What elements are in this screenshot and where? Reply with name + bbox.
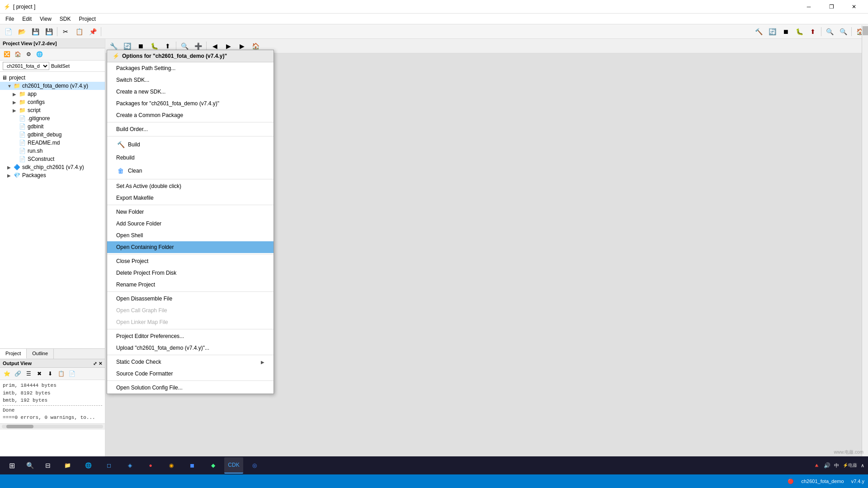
tree-item-runsh[interactable]: ▶ 📄 run.sh: [0, 147, 105, 155]
taskbar-app-green[interactable]: ◆: [203, 457, 222, 474]
ctx-common-package[interactable]: Create a Common Package: [107, 109, 274, 121]
tray-volume[interactable]: 🔊: [824, 462, 830, 469]
ctx-rename-project[interactable]: Rename Project: [107, 279, 274, 291]
ctx-rebuild[interactable]: Rebuild: [107, 152, 274, 164]
toolbar-save[interactable]: 💾: [29, 26, 42, 38]
toolbar-upload[interactable]: ⬆: [807, 26, 819, 38]
output-btn-copy2[interactable]: 📄: [67, 369, 77, 379]
menu-view[interactable]: View: [36, 15, 55, 23]
tree-item-gitignore[interactable]: ▶ 📄 .gitignore: [0, 114, 105, 122]
output-btn-list[interactable]: ☰: [24, 369, 33, 379]
tree-view[interactable]: 🖥 project ▼ 📁 ch2601_fota_demo (v7.4.y) …: [0, 72, 105, 348]
sdk-icon: 🔷: [14, 164, 20, 170]
ctx-project-editor-prefs[interactable]: Project Editor Preferences...: [107, 330, 274, 342]
toolbar-open[interactable]: 📂: [15, 26, 28, 38]
toolbar-new[interactable]: 📄: [2, 26, 14, 38]
toolbar-cut[interactable]: ✂: [59, 26, 72, 38]
search-button[interactable]: 🔍: [22, 457, 38, 474]
menu-sdk[interactable]: SDK: [56, 15, 75, 23]
taskbar-app-chrome[interactable]: 🌐: [79, 457, 98, 474]
packages-label: Packages: [22, 172, 46, 178]
toolbar-paste[interactable]: 📌: [86, 26, 99, 38]
proj-btn-settings[interactable]: ⚙: [24, 49, 33, 59]
menu-project[interactable]: Project: [75, 15, 99, 23]
output-expand-btn[interactable]: ⤢: [93, 361, 97, 366]
taskbar-app-terminal[interactable]: ◻: [99, 457, 118, 474]
toolbar-zoom-in[interactable]: 🔍: [837, 26, 849, 38]
tree-item-configs[interactable]: ▶ 📁 configs: [0, 98, 105, 106]
tree-item-sconstruct[interactable]: ▶ 📄 SConstruct: [0, 155, 105, 163]
proj-btn-navigate[interactable]: 🔀: [2, 49, 12, 59]
tab-outline[interactable]: Outline: [27, 349, 54, 359]
taskbar-app-vscode[interactable]: ◈: [120, 457, 139, 474]
ctx-build-order[interactable]: Build Order...: [107, 123, 274, 135]
ctx-open-solution-config[interactable]: Open Solution Config File...: [107, 382, 274, 394]
ctx-export-makefile[interactable]: Export Makefile: [107, 192, 274, 204]
ctx-sep9: [107, 380, 274, 381]
output-btn-copy[interactable]: 📋: [56, 369, 66, 379]
toolbar-build-icon[interactable]: 🔨: [752, 26, 765, 38]
output-close-btn[interactable]: ✕: [99, 361, 102, 366]
ctx-close-project[interactable]: Close Project: [107, 255, 274, 267]
ctx-packages-path[interactable]: Packages Path Setting...: [107, 62, 274, 74]
close-button[interactable]: ✕: [844, 0, 864, 14]
toolbar-search[interactable]: 🔍: [823, 26, 836, 38]
taskbar-app-explorer[interactable]: 📁: [58, 457, 77, 474]
ctx-source-formatter[interactable]: Source Code Formatter: [107, 368, 274, 380]
toolbar-stop[interactable]: ⏹: [779, 26, 792, 38]
taskbar-app-orange[interactable]: ◉: [162, 457, 181, 474]
minimize-button[interactable]: ─: [798, 0, 819, 14]
ctx-open-containing-folder[interactable]: Open Containing Folder: [107, 241, 274, 253]
proj-btn-expand[interactable]: 🌐: [34, 49, 44, 59]
taskbar-app-blue[interactable]: ◼: [183, 457, 202, 474]
tree-item-gdbinit-debug[interactable]: ▶ 📄 gdbinit_debug: [0, 131, 105, 139]
ctx-clean[interactable]: 🗑 Clean: [107, 164, 274, 178]
start-button[interactable]: ⊞: [4, 457, 20, 474]
restore-button[interactable]: ❐: [821, 0, 842, 14]
ctx-open-shell[interactable]: Open Shell: [107, 230, 274, 241]
toolbar-debug[interactable]: 🐛: [793, 26, 806, 38]
ctx-new-folder[interactable]: New Folder: [107, 206, 274, 218]
output-btn-clear[interactable]: ⭐: [2, 369, 12, 379]
tree-item-demo[interactable]: ▼ 📁 ch2601_fota_demo (v7.4.y): [0, 82, 105, 90]
tree-item-app[interactable]: ▶ 📁 app: [0, 90, 105, 98]
ctx-switch-sdk[interactable]: Switch SDK...: [107, 74, 274, 86]
tray-lang[interactable]: 中: [834, 462, 839, 469]
menu-file[interactable]: File: [2, 15, 18, 23]
output-scrollbar[interactable]: [0, 423, 105, 430]
menu-edit[interactable]: Edit: [19, 15, 35, 23]
ctx-open-disassemble[interactable]: Open Disassemble File: [107, 293, 274, 305]
taskbar-app-blue2[interactable]: ◎: [245, 457, 264, 474]
ctx-packages-for[interactable]: Packages for "ch2601_fota_demo (v7.4.y)": [107, 98, 274, 109]
output-btn-x[interactable]: ✖: [34, 369, 44, 379]
proj-btn-home[interactable]: 🏠: [13, 49, 23, 59]
output-btn-down[interactable]: ⬇: [45, 369, 55, 379]
ctx-upload[interactable]: Upload "ch2601_fota_demo (v7.4.y)"...: [107, 342, 274, 354]
tree-item-readme[interactable]: ▶ 📄 README.md: [0, 139, 105, 147]
vscroll-thumb[interactable]: [863, 26, 868, 35]
tree-item-root[interactable]: 🖥 project: [0, 74, 105, 82]
tray-network[interactable]: 🔺: [813, 462, 820, 469]
ctx-create-sdk[interactable]: Create a new SDK...: [107, 86, 274, 98]
tab-project[interactable]: Project: [0, 349, 27, 359]
tree-item-sdk-chip[interactable]: ▶ 🔷 sdk_chip_ch2601 (v7.4.y): [0, 163, 105, 171]
ctx-build[interactable]: 🔨 Build: [107, 137, 274, 152]
ctx-delete-project[interactable]: Delete Project From Disk: [107, 267, 274, 279]
tree-item-script[interactable]: ▶ 📁 script: [0, 106, 105, 114]
toolbar-copy[interactable]: 📋: [73, 26, 85, 38]
output-btn-link[interactable]: 🔗: [13, 369, 23, 379]
taskbar-app-red[interactable]: ●: [141, 457, 160, 474]
tree-item-packages[interactable]: ▶ 💎 Packages: [0, 171, 105, 179]
ctx-static-code-check[interactable]: Static Code Check ▶: [107, 356, 274, 368]
editor-vscroll[interactable]: [862, 25, 868, 456]
tree-item-gdbinit[interactable]: ▶ 📄 gdbinit: [0, 122, 105, 131]
toolbar-rebuild[interactable]: 🔄: [766, 26, 778, 38]
sdk-dropdown[interactable]: ch2601_fota_d: [3, 62, 49, 70]
tray-overflow[interactable]: ∧: [861, 463, 864, 469]
task-view-button[interactable]: ⊟: [40, 457, 56, 474]
ctx-add-source-folder[interactable]: Add Source Folder: [107, 218, 274, 230]
ctx-set-active[interactable]: Set As Active (double click): [107, 180, 274, 192]
toolbar-save-all[interactable]: 💾: [42, 26, 55, 38]
h-scroll-thumb[interactable]: [6, 425, 33, 428]
taskbar-app-cdk[interactable]: CDK: [224, 457, 243, 474]
